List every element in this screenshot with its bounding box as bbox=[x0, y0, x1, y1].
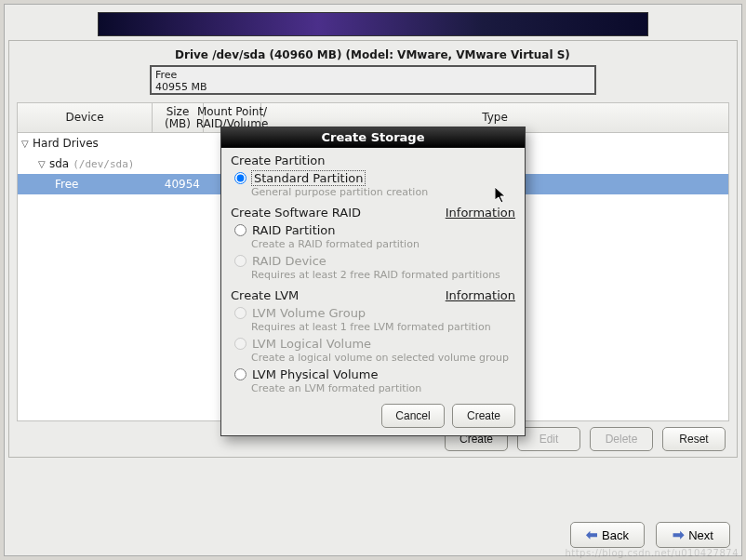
info-link-lvm[interactable]: Information bbox=[446, 288, 515, 302]
delete-button: Delete bbox=[590, 427, 653, 451]
drive-map-label: Free bbox=[155, 69, 591, 81]
opt-desc: Requires at least 1 free LVM formated pa… bbox=[251, 321, 515, 333]
back-label: Back bbox=[602, 528, 629, 542]
radio-lvm-lv bbox=[234, 338, 246, 350]
opt-raid-device: RAID Device bbox=[234, 254, 515, 268]
tree-size: 40954 bbox=[156, 178, 207, 191]
radio-raid-device bbox=[234, 255, 246, 267]
drive-title: Drive /dev/sda (40960 MB) (Model: VMware… bbox=[175, 47, 729, 63]
opt-label: LVM Logical Volume bbox=[252, 337, 371, 351]
watermark: https://blog.csdn.net/u010427874 bbox=[565, 548, 739, 558]
radio-standard-partition[interactable] bbox=[234, 172, 246, 184]
arrow-left-icon: ⬅ bbox=[586, 527, 598, 543]
brand-banner bbox=[98, 12, 648, 36]
opt-desc: Create a logical volume on selected volu… bbox=[251, 352, 515, 364]
device-path: (/dev/sda) bbox=[73, 158, 134, 170]
drive-map-size: 40955 MB bbox=[155, 81, 591, 93]
opt-standard-partition[interactable]: Standard Partition bbox=[234, 171, 515, 185]
opt-desc: General purpose partition creation bbox=[251, 186, 515, 198]
radio-lvm-pv[interactable] bbox=[234, 368, 246, 380]
expander-icon[interactable]: ▽ bbox=[38, 159, 49, 169]
radio-raid-partition[interactable] bbox=[234, 224, 246, 236]
dialog-cancel-button[interactable]: Cancel bbox=[381, 404, 445, 428]
edit-button: Edit bbox=[517, 427, 580, 451]
arrow-right-icon: ➡ bbox=[673, 527, 685, 543]
opt-desc: Create an LVM formated partition bbox=[251, 382, 515, 394]
opt-label: RAID Partition bbox=[252, 223, 336, 237]
section-software-raid: Create Software RAID bbox=[231, 206, 361, 220]
reset-button[interactable]: Reset bbox=[662, 427, 726, 451]
section-lvm: Create LVM bbox=[231, 288, 299, 302]
tree-label: Hard Drives bbox=[33, 137, 99, 150]
section-create-partition: Create Partition bbox=[231, 153, 515, 167]
next-label: Next bbox=[688, 528, 713, 542]
opt-label: LVM Physical Volume bbox=[252, 367, 378, 381]
create-storage-dialog: Create Storage Create Partition Standard… bbox=[220, 127, 526, 436]
opt-desc: Create a RAID formated partition bbox=[251, 238, 515, 250]
wizard-nav: ⬅ Back ➡ Next bbox=[570, 522, 730, 548]
opt-lvm-pv[interactable]: LVM Physical Volume bbox=[234, 367, 515, 381]
next-button[interactable]: ➡ Next bbox=[656, 522, 730, 548]
opt-lvm-lv: LVM Logical Volume bbox=[234, 337, 515, 351]
opt-desc: Requires at least 2 free RAID formated p… bbox=[251, 269, 515, 281]
col-device[interactable]: Device bbox=[18, 103, 153, 132]
opt-raid-partition[interactable]: RAID Partition bbox=[234, 223, 515, 237]
dialog-create-button[interactable]: Create bbox=[452, 404, 515, 428]
dialog-title: Create Storage bbox=[221, 127, 525, 148]
info-link-raid[interactable]: Information bbox=[446, 206, 515, 220]
opt-label: LVM Volume Group bbox=[252, 306, 366, 320]
tree-label: Free bbox=[55, 178, 78, 191]
back-button[interactable]: ⬅ Back bbox=[570, 522, 645, 548]
opt-label: RAID Device bbox=[252, 254, 326, 268]
opt-label: Standard Partition bbox=[252, 171, 365, 185]
radio-lvm-vg bbox=[234, 307, 246, 319]
expander-icon[interactable]: ▽ bbox=[21, 139, 33, 149]
dialog-buttons: Cancel Create bbox=[231, 404, 515, 428]
opt-lvm-vg: LVM Volume Group bbox=[234, 306, 515, 320]
drive-map[interactable]: Free 40955 MB bbox=[150, 65, 596, 95]
tree-label: sda bbox=[49, 157, 69, 170]
